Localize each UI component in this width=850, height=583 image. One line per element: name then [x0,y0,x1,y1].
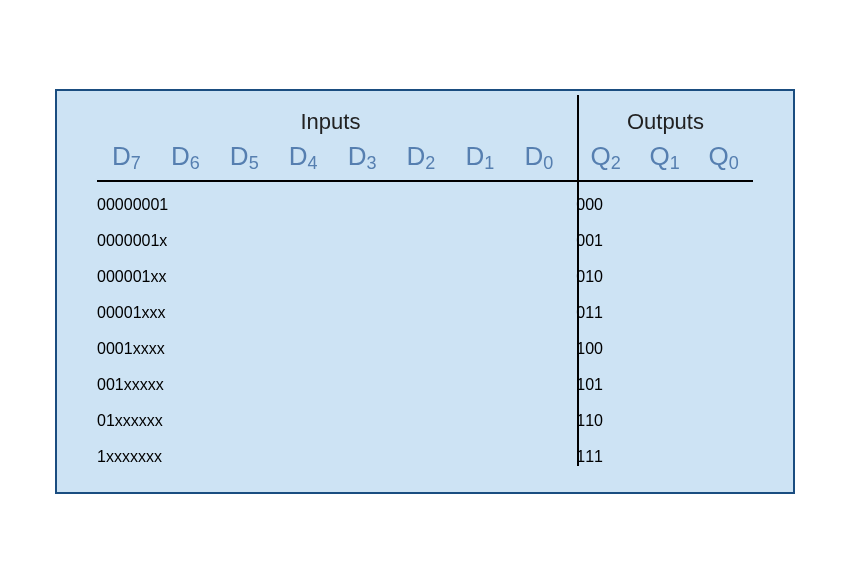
table-row: 001xxxxx101 [97,376,753,394]
table-row: 000001xx010 [97,268,753,286]
cell: 0 [585,340,594,358]
cell: x [159,232,167,250]
row-outputs: 101 [568,376,753,394]
cell: x [122,448,130,466]
cell: x [157,340,165,358]
cell: 0 [124,268,133,286]
group-header-outputs: Outputs [564,109,753,135]
row-outputs: 110 [568,412,753,430]
cell: 0 [106,376,115,394]
cell: x [150,268,158,286]
cell: 1 [594,304,603,322]
cell: 1 [594,448,603,466]
cell: x [156,376,164,394]
cell: 0 [106,340,115,358]
cell: x [158,268,166,286]
cell: 0 [133,196,142,214]
row-outputs: 100 [568,340,753,358]
cell: 0 [97,268,106,286]
cell: 0 [124,196,133,214]
cell: 0 [115,340,124,358]
cell: 1 [106,412,115,430]
cell: 1 [159,196,168,214]
cell: 0 [97,340,106,358]
cell: x [123,412,131,430]
col-header-d0: D0 [509,141,568,172]
cell: x [139,412,147,430]
cell: x [106,448,114,466]
cell: x [114,448,122,466]
cell: x [115,412,123,430]
cell: 1 [585,412,594,430]
cell: 0 [142,232,151,250]
cell: x [146,448,154,466]
cell: 1 [133,304,142,322]
table-row: 00001xxx011 [97,304,753,322]
cell: x [158,304,166,322]
cell: 1 [594,232,603,250]
row-inputs: 00000001 [97,196,568,214]
row-outputs: 111 [568,448,753,466]
cell: x [150,304,158,322]
column-header-row: D7 D6 D5 D4 D3 D2 D1 D0 Q2 Q1 Q0 [97,141,753,180]
cell: x [142,304,150,322]
cell: 1 [585,304,594,322]
cell: 0 [142,196,151,214]
row-outputs: 000 [568,196,753,214]
row-inputs: 1xxxxxxx [97,448,568,466]
row-inputs: 000001xx [97,268,568,286]
table-row: 0001xxxx100 [97,340,753,358]
cell: 0 [106,304,115,322]
cell: 0 [106,232,115,250]
cell: x [140,376,148,394]
cell: x [154,448,162,466]
cell: 1 [124,340,133,358]
cell: 1 [585,448,594,466]
cell: 0 [97,232,106,250]
col-header-d3: D3 [333,141,392,172]
data-rows: 000000010000000001x001000001xx01000001xx… [97,196,753,466]
table-body-wrap: D7 D6 D5 D4 D3 D2 D1 D0 Q2 Q1 Q0 0000000… [97,141,753,466]
row-outputs: 010 [568,268,753,286]
table-row: 01xxxxxx110 [97,412,753,430]
cell: x [124,376,132,394]
cell: 1 [115,376,124,394]
row-outputs: 001 [568,232,753,250]
row-inputs: 01xxxxxx [97,412,568,430]
cell: 0 [585,232,594,250]
col-header-q2: Q2 [576,141,635,172]
cell: 0 [97,196,106,214]
cell: 0 [594,340,603,358]
cell: 0 [97,376,106,394]
row-inputs: 0000001x [97,232,568,250]
cell: x [149,340,157,358]
cell: 0 [585,196,594,214]
cell: 0 [594,268,603,286]
cell: 0 [115,232,124,250]
col-header-q0: Q0 [694,141,753,172]
cell: 0 [115,196,124,214]
vertical-separator [577,95,579,466]
cell: x [133,340,141,358]
cell: 0 [133,268,142,286]
cell: x [132,376,140,394]
cell: 0 [124,304,133,322]
cell: 1 [594,376,603,394]
col-header-d7: D7 [97,141,156,172]
col-header-d1: D1 [450,141,509,172]
cell: x [155,412,163,430]
row-outputs: 011 [568,304,753,322]
cell: 0 [97,304,106,322]
table-row: 1xxxxxxx111 [97,448,753,466]
cell: 0 [594,196,603,214]
cell: x [131,412,139,430]
header-divider [97,180,753,182]
row-inputs: 00001xxx [97,304,568,322]
cell: 1 [97,448,106,466]
table-row: 00000001000 [97,196,753,214]
col-header-d6: D6 [156,141,215,172]
cell: 1 [142,268,151,286]
group-header-inputs: Inputs [97,109,564,135]
row-inputs: 001xxxxx [97,376,568,394]
col-header-q1: Q1 [635,141,694,172]
